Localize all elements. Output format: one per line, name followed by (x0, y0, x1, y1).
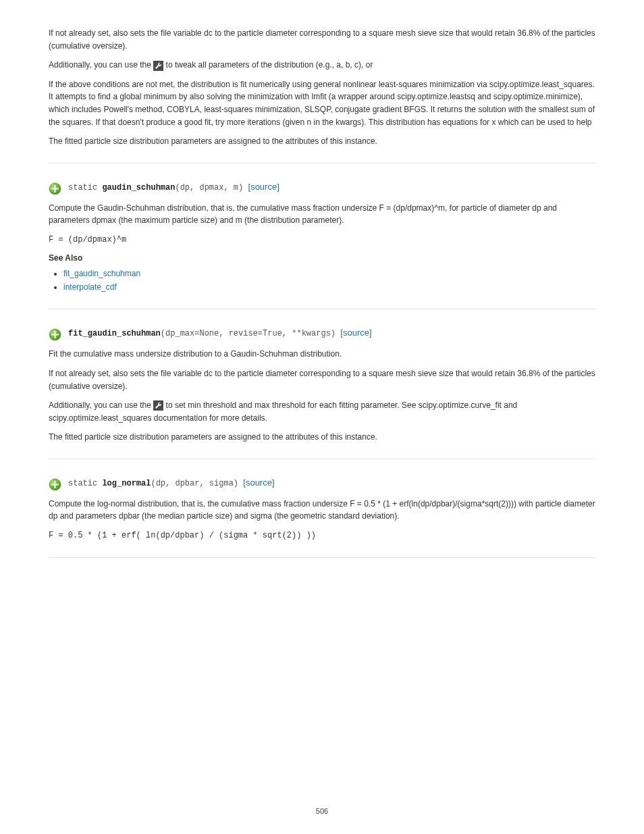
equation: F = (dp/dpmax)^m (49, 234, 595, 246)
see-also-heading: See Also (49, 253, 595, 263)
plus-icon (49, 328, 61, 341)
paragraph: If the above conditions are not met, the… (49, 78, 595, 128)
divider (49, 557, 595, 558)
section-body-fit-gaudin-schuhman: Fit the cumulative mass undersize distri… (49, 348, 595, 444)
paragraph: If not already set, also sets the file v… (49, 367, 595, 392)
see-also: See Also fit_gaudin_schuhman interpolate… (49, 253, 595, 294)
decl-prefix: static (68, 479, 102, 488)
decl-signature: (dp_max=None, revise=True, **kwargs) (161, 329, 336, 338)
source-link[interactable]: [source] (243, 477, 274, 488)
paragraph: The fitted particle size distribution pa… (49, 135, 595, 148)
see-also-item: interpolate_cdf (63, 280, 595, 294)
decl-signature: (dp, dpmax, m) (175, 183, 243, 192)
entry-title: fit_gaudin_schuhman(dp_max=None, revise=… (68, 327, 372, 340)
see-also-link[interactable]: interpolate_cdf (63, 282, 117, 292)
paragraph: The fitted particle size distribution pa… (49, 431, 595, 444)
decl-name: gaudin_schuhman (102, 183, 175, 192)
source-link[interactable]: [source] (340, 328, 371, 338)
entry-header-log-normal: static log_normal(dp, dpbar, sigma) [sou… (49, 477, 595, 491)
section-body-gaudin-schuhman: Compute the Gaudin-Schuhman distribution… (49, 202, 595, 294)
entry-title: static log_normal(dp, dpbar, sigma) [sou… (68, 477, 275, 490)
paragraph: Compute the Gaudin-Schuhman distribution… (49, 202, 595, 227)
text-after-wrench: to tweak all parameters of the distribut… (166, 60, 373, 70)
see-also-item: fit_gaudin_schuhman (63, 267, 595, 280)
source-link[interactable]: [source] (248, 182, 279, 192)
text-before-wrench: Additionally, you can use the (49, 400, 153, 410)
plus-icon (49, 478, 61, 491)
entry-header-fit-gaudin-schuhman: fit_gaudin_schuhman(dp_max=None, revise=… (49, 327, 595, 341)
section-continuation: If not already set, also sets the file v… (49, 27, 595, 148)
paragraph: Fit the cumulative mass undersize distri… (49, 348, 595, 361)
decl-signature: (dp, dpbar, sigma) (151, 479, 238, 488)
decl-name: log_normal (102, 479, 151, 488)
decl-prefix: static (68, 183, 102, 192)
divider (49, 459, 595, 459)
divider (49, 309, 595, 309)
paragraph: If not already set, also sets the file v… (49, 27, 595, 52)
section-body-log-normal: Compute the log-normal distribution, tha… (49, 498, 595, 542)
wrench-icon (153, 61, 163, 71)
divider (49, 163, 595, 163)
paragraph: Additionally, you can use the to set min… (49, 399, 595, 424)
equation: F = 0.5 * (1 + erf( ln(dp/dpbar) / (sigm… (49, 529, 595, 542)
page-number: 506 (0, 807, 644, 815)
text-before-wrench: Additionally, you can use the (49, 60, 153, 70)
entry-title: static gaudin_schuhman(dp, dpmax, m) [so… (68, 181, 279, 194)
paragraph: Compute the log-normal distribution, tha… (49, 498, 595, 523)
paragraph: Additionally, you can use the to tweak a… (49, 59, 595, 72)
decl-name: fit_gaudin_schuhman (68, 329, 161, 338)
entry-header-gaudin-schuhman: static gaudin_schuhman(dp, dpmax, m) [so… (49, 181, 595, 195)
plus-icon (49, 182, 61, 195)
see-also-link[interactable]: fit_gaudin_schuhman (63, 269, 140, 278)
wrench-icon (153, 400, 163, 411)
